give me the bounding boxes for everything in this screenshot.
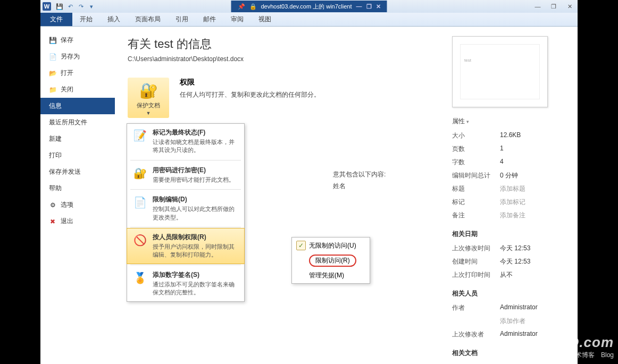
- tab-view[interactable]: 视图: [251, 13, 279, 26]
- options-icon: ⚙: [49, 201, 56, 209]
- tab-review[interactable]: 审阅: [223, 13, 251, 26]
- title-bar: W 💾 ↶ ↷ ▾ 📌 🔒 devhost03.dev.com 上的 win7c…: [40, 0, 578, 13]
- sidebar-item-print[interactable]: 打印: [40, 147, 115, 164]
- tab-mail[interactable]: 邮件: [196, 13, 223, 26]
- related-dates-heading: 相关日期: [452, 230, 565, 239]
- separator: [130, 227, 241, 227]
- window-restore-icon[interactable]: ❐: [548, 3, 559, 10]
- prop-words: 字数4: [452, 158, 565, 167]
- final-icon: 📝: [132, 128, 147, 143]
- remote-restore-icon[interactable]: ❐: [366, 3, 372, 10]
- separator: [130, 265, 241, 265]
- tab-layout[interactable]: 页面布局: [128, 13, 168, 26]
- sidebar-item-close[interactable]: 📁关闭: [40, 81, 115, 98]
- encrypt-icon: 🔐: [132, 166, 147, 181]
- dd-restrict-by-people[interactable]: 🚫 按人员限制权限(R)授予用户访问权限，同时限制其编辑、复制和打印能力。: [127, 228, 245, 264]
- tab-references[interactable]: 引用: [168, 13, 196, 26]
- window-controls: — ❐ ✕: [532, 3, 575, 10]
- prop-size: 大小12.6KB: [452, 131, 565, 140]
- tab-insert[interactable]: 插入: [100, 13, 128, 26]
- window-minimize-icon[interactable]: —: [532, 3, 544, 10]
- save-icon[interactable]: 💾: [55, 2, 64, 11]
- backstage-main: 有关 test 的信息 C:\Users\administrator\Deskt…: [115, 27, 578, 364]
- dd-add-signature[interactable]: 🏅 添加数字签名(S)通过添加不可见的数字签名来确保文档的完整性。: [127, 266, 244, 301]
- dd-restrict-edit[interactable]: 📄 限制编辑(D)控制其他人可以对此文档所做的更改类型。: [127, 191, 244, 226]
- watermark: 51CTO.com 技术博客 Blog: [532, 334, 614, 360]
- lock-key-icon: 🔐: [130, 82, 167, 99]
- sidebar-item-saveas[interactable]: 📄另存为: [40, 48, 115, 65]
- flyout-manage-credentials[interactable]: 管理凭据(M): [293, 269, 369, 282]
- undo-icon[interactable]: ↶: [66, 2, 74, 11]
- permissions-heading: 权限: [180, 78, 441, 87]
- properties-panel: test 属性 大小12.6KB 页数1 字数4 编辑时间总计0 分钟 标题添加…: [452, 36, 565, 354]
- document-path: C:\Users\administrator\Desktop\test.docx: [128, 55, 441, 63]
- sidebar-item-save[interactable]: 💾保存: [40, 32, 115, 48]
- sidebar-item-recent[interactable]: 最近所用文件: [40, 114, 115, 131]
- prop-modified: 上次修改时间今天 12:53: [452, 244, 565, 253]
- related-people-heading: 相关人员: [452, 289, 565, 298]
- document-thumbnail[interactable]: test: [452, 36, 548, 107]
- flyout-restricted[interactable]: 限制访问(R): [293, 252, 369, 269]
- protect-document-label: 保护文档: [137, 102, 160, 108]
- backstage-sidebar: 💾保存 📄另存为 📂打开 📁关闭 信息 最近所用文件 新建 打印 保存并发送 帮…: [40, 27, 115, 364]
- prop-add-author[interactable]: 添加作者: [452, 317, 565, 326]
- redo-icon[interactable]: ↷: [77, 2, 85, 11]
- remote-close-icon[interactable]: ✕: [376, 3, 381, 10]
- restrict-access-flyout: ✓ 无限制的访问(U) 限制访问(R) 管理凭据(M): [291, 237, 370, 284]
- close-icon: 📁: [49, 86, 56, 94]
- separator: [130, 189, 241, 190]
- sidebar-item-open[interactable]: 📂打开: [40, 65, 115, 81]
- protect-dropdown: 📝 标记为最终状态(F)让读者知晓文档是最终版本，并将其设为只读的。 🔐 用密码…: [127, 123, 245, 302]
- prop-printed: 上次打印时间从不: [452, 270, 565, 280]
- flyout-unrestricted[interactable]: ✓ 无限制的访问(U): [293, 239, 369, 252]
- save-icon: 💾: [49, 37, 56, 44]
- exit-icon: ✖: [49, 218, 56, 225]
- permissions-row: 🔐 保护文档 ▼ 权限 任何人均可打开、复制和更改此文档的任何部分。: [128, 78, 441, 118]
- dd-mark-final[interactable]: 📝 标记为最终状态(F)让读者知晓文档是最终版本，并将其设为只读的。: [127, 124, 244, 159]
- prop-edit-time: 编辑时间总计0 分钟: [452, 171, 565, 180]
- tab-file[interactable]: 文件: [40, 13, 72, 26]
- permissions-text: 权限 任何人均可打开、复制和更改此文档的任何部分。: [180, 78, 441, 118]
- checkmark-icon: ✓: [296, 241, 306, 250]
- restrict-edit-icon: 📄: [132, 195, 147, 210]
- dd-encrypt[interactable]: 🔐 用密码进行加密(E)需要使用密码才能打开此文档。: [127, 162, 244, 188]
- permissions-desc: 任何人均可打开、复制和更改此文档的任何部分。: [180, 90, 441, 99]
- word-window: W 💾 ↶ ↷ ▾ 📌 🔒 devhost03.dev.com 上的 win7c…: [40, 0, 578, 364]
- restrict-people-icon: 🚫: [132, 233, 147, 248]
- pin-icon[interactable]: 📌: [238, 3, 245, 10]
- remote-minimize-icon[interactable]: —: [356, 3, 362, 10]
- backstage-view: 💾保存 📄另存为 📂打开 📁关闭 信息 最近所用文件 新建 打印 保存并发送 帮…: [40, 27, 578, 364]
- sidebar-item-exit[interactable]: ✖退出: [40, 213, 115, 230]
- prop-tags[interactable]: 标记添加标记: [452, 198, 565, 207]
- window-close-icon[interactable]: ✕: [564, 3, 575, 10]
- sidebar-item-options[interactable]: ⚙选项: [40, 197, 115, 213]
- protect-document-button[interactable]: 🔐 保护文档 ▼: [128, 78, 169, 118]
- word-app-icon: W: [43, 2, 51, 11]
- prop-created: 创建时间今天 12:53: [452, 257, 565, 266]
- separator: [130, 160, 241, 160]
- prop-author: 作者Administrator: [452, 303, 565, 312]
- prop-title[interactable]: 标题添加标题: [452, 184, 565, 193]
- sidebar-item-new[interactable]: 新建: [40, 131, 115, 147]
- prop-comments[interactable]: 备注添加备注: [452, 211, 565, 220]
- ribbon-tabs: 文件 开始 插入 页面布局 引用 邮件 审阅 视图: [40, 13, 578, 27]
- prop-pages: 页数1: [452, 145, 565, 154]
- tab-home[interactable]: 开始: [72, 13, 100, 26]
- info-section: 有关 test 的信息 C:\Users\administrator\Deskt…: [128, 36, 441, 354]
- open-icon: 📂: [49, 70, 56, 77]
- page-title: 有关 test 的信息: [128, 36, 441, 52]
- remote-connection-bar: 📌 🔒 devhost03.dev.com 上的 win7client — ❐ …: [231, 1, 387, 12]
- remote-host-label: devhost03.dev.com 上的 win7client: [261, 3, 352, 11]
- sidebar-item-help[interactable]: 帮助: [40, 180, 115, 197]
- properties-heading[interactable]: 属性: [452, 117, 565, 126]
- saveas-icon: 📄: [49, 53, 56, 61]
- behind-text: 意其包含以下内容: 姓名: [333, 169, 386, 192]
- qat-dropdown-icon[interactable]: ▾: [87, 2, 96, 11]
- sidebar-item-info[interactable]: 信息: [40, 98, 115, 114]
- lock-icon[interactable]: 🔒: [249, 3, 257, 10]
- quick-access-toolbar: 💾 ↶ ↷ ▾: [55, 2, 96, 11]
- sidebar-item-savesend[interactable]: 保存并发送: [40, 164, 115, 180]
- signature-icon: 🏅: [132, 270, 147, 285]
- chevron-down-icon: ▼: [146, 111, 151, 116]
